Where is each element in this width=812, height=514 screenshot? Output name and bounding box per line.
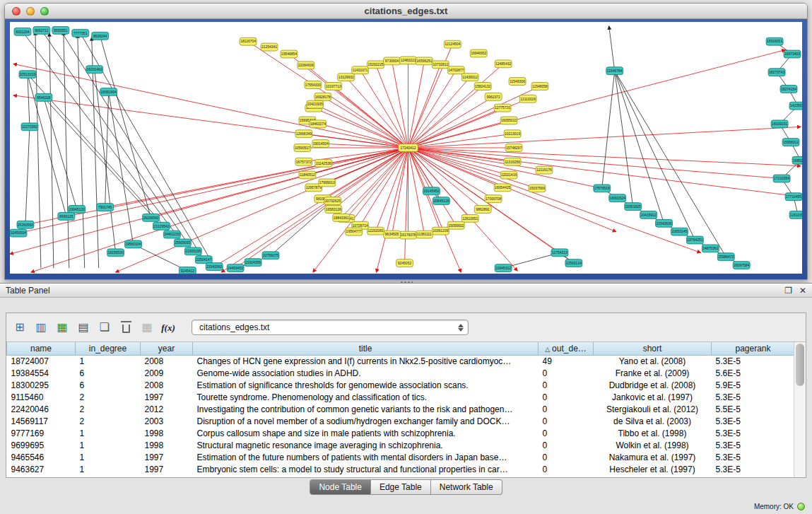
graph-node[interactable]: 20513103 [19, 71, 36, 78]
network-window-titlebar[interactable]: citations_edges.txt [5, 4, 807, 19]
table-cell[interactable]: 0 [539, 427, 594, 439]
graph-node[interactable]: 16946952 [470, 49, 487, 57]
import-table-icon[interactable]: ▦ [138, 319, 156, 336]
table-cell[interactable]: 18724007 [7, 355, 76, 367]
graph-node[interactable]: 12775731 [494, 104, 511, 112]
graph-edge[interactable] [323, 97, 408, 148]
table-cell[interactable]: 1 [76, 427, 141, 439]
table-row[interactable]: 1938455462009Genome-wide association stu… [7, 367, 795, 379]
graph-edge[interactable] [408, 148, 470, 218]
network-canvas[interactable]: 1574829711316256120214161605442517000708… [10, 22, 802, 274]
graph-node[interactable]: 16054425 [494, 184, 511, 192]
graph-node[interactable]: 15748297 [505, 144, 522, 152]
graph-node[interactable]: 25905035 [174, 239, 191, 247]
graph-node-hub[interactable]: 17240412 [399, 144, 418, 152]
graph-edge[interactable] [408, 50, 785, 148]
graph-node[interactable]: 17554300 [305, 81, 322, 89]
graph-node[interactable]: 20421935 [307, 100, 324, 108]
graph-node[interactable]: 16583128 [325, 206, 342, 214]
graph-node[interactable]: 20845126 [433, 197, 449, 205]
graph-edge[interactable] [408, 134, 512, 148]
graph-edge[interactable] [271, 201, 333, 255]
table-cell[interactable]: 0 [539, 415, 594, 427]
graph-edge[interactable] [408, 127, 801, 148]
table-cell[interactable]: 2008 [141, 355, 193, 367]
graph-edge[interactable] [615, 71, 726, 257]
table-cell[interactable]: 1998 [141, 427, 193, 439]
scrollbar-thumb[interactable] [796, 344, 804, 386]
graph-node[interactable]: 17000708 [485, 195, 502, 203]
graph-node[interactable]: 23764251 [686, 236, 703, 244]
table-cell[interactable]: 5.6E-5 [712, 367, 795, 379]
graph-node[interactable]: 12124504 [444, 40, 461, 48]
graph-node[interactable]: 7777351 [72, 29, 89, 37]
graph-node[interactable]: 17999013 [319, 179, 336, 187]
graph-node[interactable]: 12116176 [536, 166, 553, 174]
graph-node[interactable]: 10590517 [294, 144, 311, 152]
graph-edge[interactable] [64, 32, 69, 268]
graph-node[interactable]: 20415912 [640, 211, 657, 218]
table-cell[interactable]: 6 [76, 367, 141, 379]
table-cell[interactable]: de Silva et al. (2003) [594, 415, 712, 427]
table-cell[interactable]: 9465546 [7, 451, 76, 463]
graph-node[interactable]: 9862891 [474, 206, 491, 214]
graph-node[interactable]: 12563124 [565, 259, 582, 267]
graph-node[interactable]: 14235036 [789, 102, 802, 110]
table-cell[interactable]: 2 [76, 415, 141, 427]
graph-edge[interactable] [602, 71, 615, 188]
graph-node[interactable]: 12668349 [295, 130, 312, 138]
graph-node[interactable]: 10450504 [10, 229, 27, 237]
graph-node[interactable]: 15958312 [782, 139, 799, 146]
table-row[interactable]: 1456911722003Disruption of a novel membe… [7, 415, 795, 427]
table-cell[interactable]: 2003 [141, 415, 193, 427]
table-cell[interactable]: 1997 [141, 463, 193, 475]
function-builder-icon[interactable]: f(x) [159, 319, 177, 336]
table-row[interactable]: 2242004622012Investigating the contribut… [7, 403, 795, 415]
table-cell[interactable]: 1 [76, 451, 141, 463]
graph-node[interactable]: 11548306 [509, 78, 526, 86]
table-cell[interactable]: Changes of HCN gene expression and I(f) … [193, 355, 539, 367]
graph-node[interactable]: 10391209 [432, 227, 449, 235]
close-window-button[interactable] [12, 7, 20, 16]
graph-node[interactable]: 18381904 [100, 88, 117, 95]
graph-node[interactable]: 17710455 [785, 193, 802, 201]
table-cell[interactable]: 19384554 [7, 367, 76, 379]
table-cell[interactable]: 49 [539, 355, 594, 367]
graph-node[interactable]: 19560104 [125, 240, 142, 248]
graph-node[interactable]: 16928178 [314, 93, 331, 100]
table-cell[interactable]: 5.3E-5 [712, 391, 795, 403]
graph-node[interactable]: 24462233 [163, 230, 180, 238]
graph-node[interactable]: 9546328 [35, 93, 52, 101]
graph-node[interactable]: 18843361 [333, 214, 350, 221]
graph-edge[interactable] [49, 33, 54, 268]
table-row[interactable]: 969969511998Structural magnetic resonanc… [7, 439, 795, 451]
graph-node[interactable]: 19564777 [346, 228, 363, 235]
table-source-combo[interactable]: citations_edges.txt [192, 320, 469, 335]
table-cell[interactable]: Embryonic stem cells: a model to study s… [193, 463, 539, 475]
table-cell[interactable]: 0 [539, 403, 594, 415]
table-cell[interactable]: Franke et al. (2009) [594, 367, 712, 379]
graph-node[interactable]: 10197713 [325, 83, 342, 90]
graph-node[interactable]: 23342560 [206, 263, 223, 271]
table-cell[interactable]: 5.3E-5 [712, 463, 795, 475]
graph-edge[interactable] [376, 148, 408, 231]
table-cell[interactable]: 0 [539, 463, 594, 475]
graph-edge[interactable] [61, 30, 204, 259]
table-cell[interactable]: Yano et al. (2008) [594, 355, 712, 367]
table-cell[interactable]: 14569117 [7, 415, 76, 427]
table-row[interactable]: 977716911998Corpus callosum shape and si… [7, 427, 795, 439]
graph-node[interactable]: 26206560 [142, 214, 159, 221]
table-cell[interactable]: Tibbo et al. (1998) [594, 427, 712, 439]
graph-node[interactable]: 18301524 [609, 194, 626, 202]
graph-edge[interactable] [408, 86, 483, 148]
column-header[interactable]: year [141, 342, 193, 355]
column-header[interactable]: title [193, 342, 539, 355]
graph-node[interactable]: 16176078 [400, 231, 417, 239]
table-cell[interactable]: Estimation of significance thresholds fo… [193, 379, 539, 391]
graph-node[interactable]: 26031462 [86, 66, 103, 74]
row-options-icon[interactable]: ▤ [74, 319, 93, 336]
graph-node[interactable]: 9245052 [396, 259, 413, 267]
table-cell[interactable]: 9115460 [7, 391, 76, 403]
graph-node[interactable]: 8639244 [92, 32, 109, 40]
table-settings-icon[interactable]: ⊞ [11, 319, 29, 336]
